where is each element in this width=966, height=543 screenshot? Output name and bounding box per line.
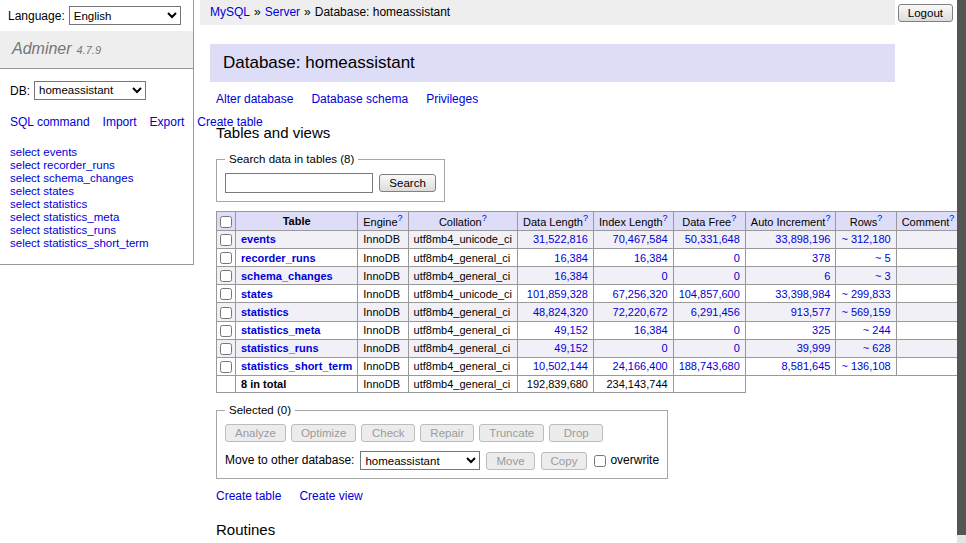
overwrite-option[interactable]: overwrite [593, 453, 659, 469]
data-length-link[interactable]: 16,384 [554, 270, 588, 282]
table-link[interactable]: statistics_short_term [241, 360, 352, 372]
rows-count-link[interactable]: ~ 312,180 [841, 233, 890, 245]
rows-count-link[interactable]: ~ 628 [863, 342, 891, 354]
data-length-link[interactable]: 16,384 [554, 252, 588, 264]
index-length-link[interactable]: 0 [662, 270, 668, 282]
sidebar-table-link[interactable]: select schema_changes [10, 172, 183, 185]
row-checkbox[interactable] [220, 270, 232, 282]
row-checkbox[interactable] [220, 234, 232, 246]
sidebar-table-link[interactable]: select statistics [10, 198, 183, 211]
bulk-action-button[interactable]: Analyze [225, 424, 286, 442]
copy-button[interactable]: Copy [541, 452, 588, 470]
doc-question-link[interactable]: ? [398, 213, 403, 223]
sidebar-action-link[interactable]: Export [150, 115, 185, 129]
create-link[interactable]: Create table [216, 489, 281, 505]
row-checkbox[interactable] [220, 288, 232, 300]
sidebar-table-link[interactable]: select recorder_runs [10, 159, 183, 172]
rows-count-link[interactable]: ~ 5 [875, 252, 891, 264]
search-button[interactable]: Search [379, 174, 435, 192]
doc-question-link[interactable]: ? [482, 213, 487, 223]
bulk-action-button[interactable]: Check [361, 424, 415, 442]
db-select[interactable]: homeassistant [34, 81, 146, 100]
index-length-link[interactable]: 67,256,320 [613, 288, 668, 300]
data-length-link[interactable]: 10,502,144 [533, 360, 588, 372]
rows-count-link[interactable]: ~ 3 [875, 270, 891, 282]
rows-count-link[interactable]: ~ 244 [863, 324, 891, 336]
sidebar-action-link[interactable]: Import [103, 115, 137, 129]
sidebar-action-link[interactable]: SQL command [10, 115, 90, 129]
move-button[interactable]: Move [486, 452, 534, 470]
data-length-link[interactable]: 101,859,328 [527, 288, 588, 300]
doc-question-link[interactable]: ? [663, 213, 668, 223]
table-link[interactable]: statistics_runs [241, 342, 319, 354]
vertical-scrollbar[interactable] [957, 0, 966, 543]
index-length-link[interactable]: 16,384 [634, 324, 668, 336]
data-free-link[interactable]: 0 [734, 342, 740, 354]
data-length-link[interactable]: 49,152 [554, 342, 588, 354]
auto-increment-link[interactable]: 6 [824, 270, 830, 282]
index-length-link[interactable]: 70,467,584 [613, 233, 668, 245]
bulk-action-button[interactable]: Repair [420, 424, 474, 442]
scrollbar-thumb[interactable] [957, 0, 966, 535]
doc-question-link[interactable]: ? [731, 213, 736, 223]
bulk-action-button[interactable]: Drop [549, 424, 603, 442]
data-free-link[interactable]: 188,743,680 [679, 360, 740, 372]
doc-question-link[interactable]: ? [877, 213, 882, 223]
row-checkbox[interactable] [220, 325, 232, 337]
bulk-action-button[interactable]: Truncate [479, 424, 544, 442]
create-link[interactable]: Create view [299, 489, 362, 505]
auto-increment-link[interactable]: 39,999 [797, 342, 831, 354]
doc-question-link[interactable]: ? [949, 213, 954, 223]
auto-increment-link[interactable]: 378 [812, 252, 830, 264]
table-link[interactable]: statistics_meta [241, 324, 321, 336]
select-all-checkbox[interactable] [220, 216, 232, 228]
table-link[interactable]: states [241, 288, 273, 300]
sidebar-table-link[interactable]: select events [10, 146, 183, 159]
table-link[interactable]: recorder_runs [241, 252, 316, 264]
database-action-link[interactable]: Alter database [216, 92, 293, 108]
move-db-select[interactable]: homeassistant [360, 451, 480, 470]
auto-increment-link[interactable]: 33,398,984 [775, 288, 830, 300]
doc-question-link[interactable]: ? [583, 213, 588, 223]
search-input[interactable] [225, 173, 373, 193]
data-length-link[interactable]: 49,152 [554, 324, 588, 336]
index-length-link[interactable]: 72,220,672 [613, 306, 668, 318]
row-checkbox[interactable] [220, 343, 232, 355]
auto-increment-link[interactable]: 33,898,196 [775, 233, 830, 245]
row-checkbox[interactable] [220, 361, 232, 373]
breadcrumb-server-link[interactable]: Server [265, 5, 300, 19]
rows-count-link[interactable]: ~ 569,159 [841, 306, 890, 318]
data-free-link[interactable]: 0 [734, 252, 740, 264]
data-length-link[interactable]: 31,522,816 [533, 233, 588, 245]
table-link[interactable]: statistics [241, 306, 289, 318]
row-checkbox[interactable] [220, 307, 232, 319]
rows-count-link[interactable]: ~ 136,108 [841, 360, 890, 372]
row-checkbox[interactable] [220, 252, 232, 264]
index-length-link[interactable]: 0 [662, 342, 668, 354]
auto-increment-link[interactable]: 325 [812, 324, 830, 336]
index-length-link[interactable]: 16,384 [634, 252, 668, 264]
language-select[interactable]: English [69, 6, 181, 25]
rows-count-link[interactable]: ~ 299,833 [841, 288, 890, 300]
doc-question-link[interactable]: ? [825, 213, 830, 223]
data-free-link[interactable]: 50,331,648 [685, 233, 740, 245]
overwrite-checkbox[interactable] [594, 455, 606, 467]
data-length-link[interactable]: 48,824,320 [533, 306, 588, 318]
table-link[interactable]: schema_changes [241, 270, 333, 282]
database-action-link[interactable]: Privileges [426, 92, 478, 108]
breadcrumb-mysql-link[interactable]: MySQL [210, 5, 250, 19]
sidebar-table-link[interactable]: select statistics_runs [10, 224, 183, 237]
sidebar-table-link[interactable]: select statistics_short_term [10, 237, 183, 250]
table-link[interactable]: events [241, 233, 276, 245]
data-free-link[interactable]: 0 [734, 270, 740, 282]
bulk-action-button[interactable]: Optimize [291, 424, 356, 442]
index-length-link[interactable]: 24,166,400 [613, 360, 668, 372]
data-free-link[interactable]: 6,291,456 [691, 306, 740, 318]
sidebar-table-link[interactable]: select states [10, 185, 183, 198]
sidebar-table-link[interactable]: select statistics_meta [10, 211, 183, 224]
data-free-link[interactable]: 104,857,600 [679, 288, 740, 300]
database-action-link[interactable]: Database schema [311, 92, 408, 108]
data-free-link[interactable]: 0 [734, 324, 740, 336]
auto-increment-link[interactable]: 913,577 [791, 306, 831, 318]
auto-increment-link[interactable]: 8,581,645 [781, 360, 830, 372]
